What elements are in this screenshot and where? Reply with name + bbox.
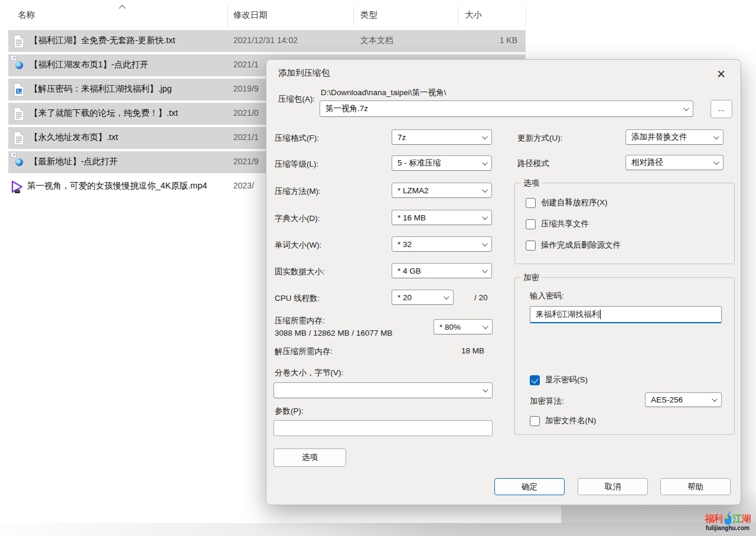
file-date: 2023/: [233, 181, 254, 190]
volume-size-label: 分卷大小，字节(V):: [275, 368, 343, 378]
checkbox-label: 压缩共享文件: [541, 219, 589, 229]
checkbox-icon: [530, 416, 540, 426]
level-select[interactable]: 5 - 标准压缩: [392, 155, 492, 171]
archive-path: D:\Download\nana_taipei\第一视角\: [321, 87, 446, 98]
combo-value: * LZMA2: [397, 186, 478, 195]
help-button[interactable]: 帮助: [660, 478, 731, 495]
method-label: 压缩方法(M):: [275, 186, 321, 197]
chevron-down-icon: [482, 160, 488, 165]
column-header-name[interactable]: 名称: [18, 9, 35, 21]
fulijianghu-logo: 福利 江湖 fulijianghu.com: [702, 511, 753, 531]
combo-value: * 20: [397, 293, 440, 302]
options-button[interactable]: 选项: [273, 449, 346, 467]
file-name: 【福利江湖发布页1】-点此打开: [30, 59, 148, 70]
show-password-checkbox[interactable]: 显示密码(S): [530, 375, 588, 385]
logo-text-right: 江湖: [733, 513, 751, 525]
chevron-down-icon: [713, 134, 719, 139]
file-name: 【福利江湖】全免费-无套路-更新快.txt: [30, 35, 175, 46]
cancel-button[interactable]: 取消: [578, 478, 648, 495]
file-date: 2021/12/31 14:02: [233, 35, 298, 45]
memory-usage-select[interactable]: * 80%: [434, 319, 493, 334]
column-header-date[interactable]: 修改日期: [233, 9, 268, 21]
chevron-down-icon: [482, 267, 488, 273]
chevron-down-icon: [482, 214, 488, 220]
combo-value: * 80%: [439, 323, 479, 332]
file-name: 【永久地址发布页】.txt: [30, 132, 118, 143]
ok-button[interactable]: 确定: [494, 478, 565, 495]
column-header-size[interactable]: 大小: [465, 9, 482, 21]
text-file-icon: [13, 34, 26, 48]
archive-name-select[interactable]: 第一视角.7z: [320, 100, 693, 117]
column-header-type[interactable]: 类型: [360, 9, 377, 21]
decompress-memory-value: 18 MB: [461, 346, 484, 355]
list-header: 名称 修改日期 类型 大小: [0, 5, 532, 27]
combo-value: * 16 MB: [397, 213, 478, 222]
file-name: 【解压密码：来福利江湖找福利】.jpg: [30, 83, 172, 95]
solid-block-select[interactable]: * 4 GB: [392, 263, 492, 278]
chevron-down-icon: [483, 386, 488, 392]
file-date: 2021/0: [233, 108, 259, 118]
create-sfx-checkbox[interactable]: 创建自释放程序(X): [526, 197, 608, 208]
password-input[interactable]: 来福利江湖找福利: [530, 306, 722, 323]
image-file-icon: [13, 83, 26, 96]
volume-size-select[interactable]: [273, 382, 493, 398]
checkbox-label: 创建自释放程序(X): [541, 197, 608, 208]
close-icon[interactable]: ✕: [712, 66, 730, 83]
encryption-method-label: 加密算法:: [530, 396, 564, 407]
file-date: 2021/1: [233, 132, 259, 142]
parameters-label: 参数(P):: [275, 406, 304, 417]
chevron-down-icon: [683, 105, 689, 111]
password-value: 来福利江湖找福利: [536, 309, 599, 320]
column-divider: [353, 6, 354, 26]
file-name: 第一视角，可爱的女孩慢慢挑逗你_4K原版.mp4: [27, 180, 207, 191]
combo-value: 7z: [397, 133, 478, 142]
cpu-threads-select[interactable]: * 20: [392, 290, 454, 305]
logo-char-jiang: 江湖: [733, 514, 751, 524]
logo-domain: fulijianghu.com: [702, 525, 753, 531]
chevron-down-icon: [482, 241, 488, 246]
path-mode-select[interactable]: 相对路径: [625, 155, 724, 170]
combo-value: 5 - 标准压缩: [397, 158, 478, 168]
file-name: 【来了就能下载的论坛，纯免费！】.txt: [30, 108, 178, 119]
path-mode-label: 路径模式: [517, 158, 549, 169]
archive-label: 压缩包(A):: [278, 94, 315, 105]
chevron-down-icon: [712, 396, 718, 402]
encryption-group: 加密 输入密码: 来福利江湖找福利 显示密码(S) 加密算法: AES-256 …: [514, 277, 735, 435]
file-type: 文本文档: [360, 35, 393, 46]
update-mode-label: 更新方式(U):: [517, 133, 563, 144]
encryption-group-title: 加密: [521, 272, 542, 283]
file-row[interactable]: 【福利江湖】全免费-无套路-更新快.txt 2021/12/31 14:02 文…: [0, 30, 532, 52]
logo-text-left: 福利: [705, 513, 723, 525]
memory-usage-detail: 3088 MB / 12862 MB / 16077 MB: [275, 329, 393, 337]
checkbox-label: 显示密码(S): [545, 375, 588, 385]
checkbox-icon: [526, 241, 536, 251]
combo-value: 添加并替换文件: [631, 132, 710, 142]
word-size-select[interactable]: * 32: [392, 236, 492, 252]
method-select[interactable]: * LZMA2: [392, 183, 492, 198]
browse-button[interactable]: ...: [711, 100, 732, 118]
bottom-strip: [0, 523, 756, 536]
update-mode-select[interactable]: 添加并替换文件: [625, 129, 724, 145]
parameters-input[interactable]: [273, 420, 493, 436]
checkbox-icon: [526, 198, 536, 208]
chevron-down-icon: [483, 323, 488, 329]
dictionary-label: 字典大小(D):: [275, 213, 320, 224]
format-select[interactable]: 7z: [392, 129, 492, 145]
compress-shared-checkbox[interactable]: 压缩共享文件: [526, 219, 589, 229]
checkbox-icon: [526, 219, 536, 229]
chevron-down-icon: [444, 294, 449, 300]
memory-usage-label: 压缩所需内存:: [275, 316, 325, 326]
column-divider: [458, 6, 458, 26]
delete-after-checkbox[interactable]: 操作完成后删除源文件: [526, 240, 621, 251]
password-label: 输入密码:: [530, 291, 564, 301]
text-caret: [600, 310, 601, 319]
encrypt-filenames-checkbox[interactable]: 加密文件名(N): [530, 415, 596, 426]
combo-value: 相对路径: [631, 157, 710, 168]
dictionary-select[interactable]: * 16 MB: [392, 210, 492, 225]
cpu-threads-max: / 20: [474, 293, 488, 302]
combo-value: * 32: [397, 240, 478, 249]
chevron-down-icon: [482, 187, 488, 193]
column-divider: [526, 6, 526, 26]
level-label: 压缩等级(L):: [275, 159, 318, 170]
encryption-method-select[interactable]: AES-256: [645, 392, 722, 407]
